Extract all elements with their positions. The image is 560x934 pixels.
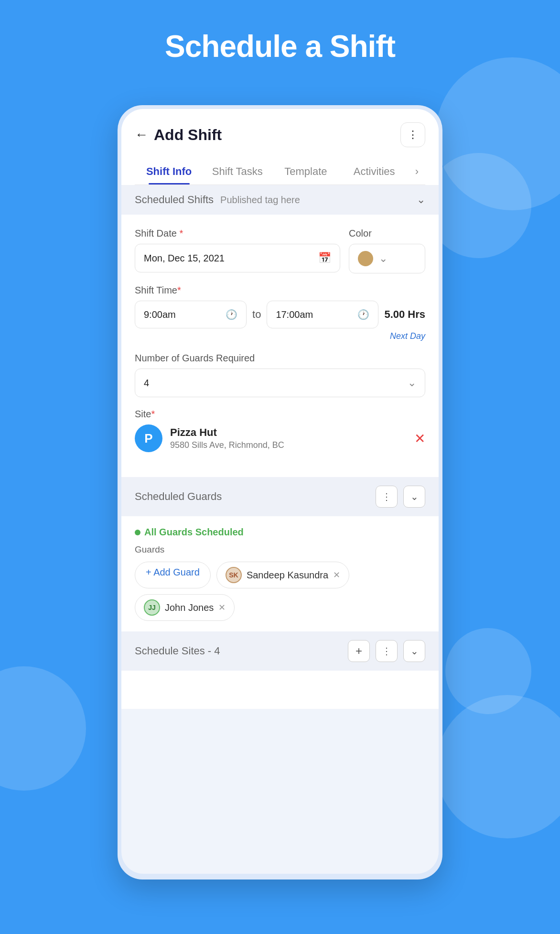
- required-star-date: *: [177, 228, 183, 239]
- shift-date-input[interactable]: Mon, Dec 15, 2021 📅: [135, 244, 340, 272]
- guards-actions: ⋮ ⌄: [376, 486, 425, 508]
- phone-screen: ← Add Shift ⋮ Shift Info Shift Tasks Tem…: [121, 109, 439, 874]
- site-label: Site*: [135, 409, 425, 420]
- shift-date-col: Shift Date * Mon, Dec 15, 2021 📅: [135, 228, 340, 273]
- shift-date-label: Shift Date *: [135, 228, 340, 239]
- site-address: 9580 Sills Ave, Richmond, BC: [170, 440, 407, 450]
- schedule-sites-title: Schedule Sites - 4: [135, 645, 220, 657]
- bottom-area: [121, 671, 439, 709]
- site-avatar: P: [135, 424, 162, 452]
- required-star-site: *: [151, 409, 155, 419]
- bg-decoration-3: [0, 666, 86, 791]
- guards-sublabel: Guards: [135, 544, 425, 555]
- page-title: Schedule a Shift: [0, 29, 560, 64]
- remove-guard-sandeep[interactable]: ✕: [333, 570, 340, 580]
- bg-decoration-5: [445, 628, 531, 714]
- guards-more-button[interactable]: ⋮: [376, 486, 398, 508]
- hours-display: 5.00 Hrs: [384, 308, 425, 321]
- color-col: Color ⌄: [349, 228, 425, 273]
- form-card: Shift Date * Mon, Dec 15, 2021 📅 Color ⌄: [121, 215, 439, 477]
- guards-chips: + Add Guard SK Sandeep Kasundra ✕ JJ Joh…: [135, 562, 425, 621]
- all-scheduled-text: All Guards Scheduled: [144, 527, 244, 538]
- start-time-input[interactable]: 9:00am 🕐: [135, 301, 247, 328]
- site-group: Site* P Pizza Hut 9580 Sills Ave, Richmo…: [135, 409, 425, 452]
- guards-required-label: Number of Guards Required: [135, 353, 425, 364]
- tabs-row: Shift Info Shift Tasks Template Activiti…: [135, 157, 425, 185]
- remove-site-button[interactable]: ✕: [414, 431, 425, 446]
- color-dot: [358, 251, 373, 266]
- all-scheduled-row: All Guards Scheduled: [135, 527, 425, 538]
- bg-decoration-4: [436, 695, 560, 838]
- schedule-sites-section: Schedule Sites - 4 + ⋮ ⌄: [121, 631, 439, 671]
- add-site-button[interactable]: +: [348, 640, 370, 662]
- sites-actions: + ⋮ ⌄: [348, 640, 425, 662]
- header-row: ← Add Shift ⋮: [135, 122, 425, 157]
- content-area: Scheduled Shifts Published tag here ⌄ Sh…: [121, 185, 439, 709]
- end-time-value: 17:00am: [276, 309, 313, 320]
- scheduled-guards-title: Scheduled Guards: [135, 490, 222, 503]
- scheduled-shifts-title: Scheduled Shifts: [135, 194, 214, 206]
- guards-count-value: 4: [144, 378, 149, 389]
- all-scheduled-indicator: [135, 530, 140, 535]
- date-color-row: Shift Date * Mon, Dec 15, 2021 📅 Color ⌄: [135, 228, 425, 273]
- tab-shift-tasks[interactable]: Shift Tasks: [203, 157, 271, 185]
- guards-content: All Guards Scheduled Guards + Add Guard …: [121, 516, 439, 631]
- phone-shell: ← Add Shift ⋮ Shift Info Shift Tasks Tem…: [118, 105, 442, 880]
- guards-required-group: Number of Guards Required 4 ⌄: [135, 353, 425, 397]
- section-header-left: Scheduled Shifts Published tag here: [135, 194, 300, 206]
- guard-avatar-sk: SK: [226, 567, 242, 583]
- scheduled-shifts-section: Scheduled Shifts Published tag here ⌄: [121, 185, 439, 215]
- start-clock-icon: 🕐: [226, 309, 237, 320]
- shift-time-group: Shift Time* 9:00am 🕐 to 17:00am 🕐 5.00 H…: [135, 285, 425, 341]
- guard-name-sandeep: Sandeep Kasundra: [247, 570, 328, 581]
- remove-guard-john[interactable]: ✕: [218, 602, 226, 613]
- required-star-time: *: [177, 285, 181, 295]
- sites-more-button[interactable]: ⋮: [376, 640, 398, 662]
- guard-name-john: John Jones: [165, 602, 214, 613]
- next-day-label: Next Day: [135, 331, 425, 341]
- site-info: Pizza Hut 9580 Sills Ave, Richmond, BC: [170, 426, 407, 450]
- scheduled-shifts-chevron[interactable]: ⌄: [417, 194, 425, 206]
- end-time-input[interactable]: 17:00am 🕐: [267, 301, 378, 328]
- more-options-button[interactable]: ⋮: [400, 122, 425, 147]
- sites-chevron-button[interactable]: ⌄: [403, 640, 425, 662]
- calendar-icon: 📅: [318, 252, 331, 264]
- scheduled-guards-section-header: Scheduled Guards ⋮ ⌄: [121, 477, 439, 516]
- site-row: P Pizza Hut 9580 Sills Ave, Richmond, BC…: [135, 424, 425, 452]
- to-separator: to: [252, 308, 261, 321]
- guard-chip-sandeep[interactable]: SK Sandeep Kasundra ✕: [216, 562, 349, 588]
- site-name: Pizza Hut: [170, 426, 407, 439]
- guard-avatar-jj: JJ: [144, 599, 160, 616]
- start-time-value: 9:00am: [144, 309, 176, 320]
- color-input[interactable]: ⌄: [349, 244, 425, 273]
- tab-activities[interactable]: Activities: [340, 157, 409, 185]
- time-row: 9:00am 🕐 to 17:00am 🕐 5.00 Hrs: [135, 301, 425, 328]
- back-button[interactable]: ←: [135, 127, 148, 142]
- header-left: ← Add Shift: [135, 126, 222, 144]
- color-label: Color: [349, 228, 425, 239]
- tab-template[interactable]: Template: [271, 157, 340, 185]
- top-bar: ← Add Shift ⋮ Shift Info Shift Tasks Tem…: [121, 109, 439, 185]
- add-guard-button[interactable]: + Add Guard: [135, 562, 211, 588]
- guards-chevron-button[interactable]: ⌄: [403, 486, 425, 508]
- guards-count-chevron: ⌄: [408, 377, 416, 389]
- page-header-title: Add Shift: [154, 126, 222, 144]
- guard-chip-john[interactable]: JJ John Jones ✕: [135, 594, 235, 621]
- tab-shift-info[interactable]: Shift Info: [135, 157, 203, 185]
- tabs-more-chevron[interactable]: ›: [409, 157, 425, 185]
- published-tag: Published tag here: [220, 195, 300, 206]
- color-chevron-icon: ⌄: [379, 252, 388, 265]
- guards-count-select[interactable]: 4 ⌄: [135, 369, 425, 397]
- shift-time-label: Shift Time*: [135, 285, 425, 296]
- shift-date-value: Mon, Dec 15, 2021: [144, 253, 225, 264]
- end-clock-icon: 🕐: [357, 309, 369, 320]
